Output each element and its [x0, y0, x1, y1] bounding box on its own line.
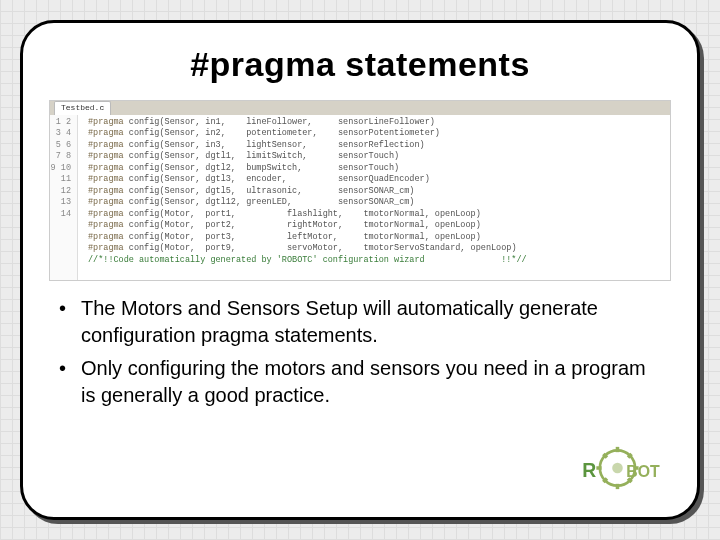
slide-card: #pragma statements Testbed.c 1 2 3 4 5 6…: [20, 20, 700, 520]
code-editor: Testbed.c 1 2 3 4 5 6 7 8 9 10 11 12 13 …: [49, 100, 671, 281]
robotc-logo: R BOT: [577, 441, 665, 495]
bullet-item: • Only configuring the motors and sensor…: [59, 355, 661, 409]
svg-line-8: [603, 479, 607, 483]
logo-text-bot: BOT: [626, 463, 660, 480]
code-lines: #pragma config(Sensor, in1, lineFollower…: [78, 115, 527, 280]
bullet-list: • The Motors and Sensors Setup will auto…: [49, 295, 671, 415]
bullet-text: Only configuring the motors and sensors …: [81, 355, 661, 409]
bullet-dot-icon: •: [59, 355, 81, 409]
line-gutter: 1 2 3 4 5 6 7 8 9 10 11 12 13 14: [50, 115, 78, 280]
logo-text-r: R: [582, 459, 596, 481]
editor-tabstrip: Testbed.c: [50, 101, 670, 115]
svg-line-6: [603, 454, 607, 458]
bullet-text: The Motors and Sensors Setup will automa…: [81, 295, 661, 349]
bullet-dot-icon: •: [59, 295, 81, 349]
slide-title: #pragma statements: [49, 45, 671, 84]
svg-point-1: [612, 463, 623, 474]
svg-line-9: [628, 454, 632, 458]
editor-tab: Testbed.c: [54, 101, 111, 115]
bullet-item: • The Motors and Sensors Setup will auto…: [59, 295, 661, 349]
